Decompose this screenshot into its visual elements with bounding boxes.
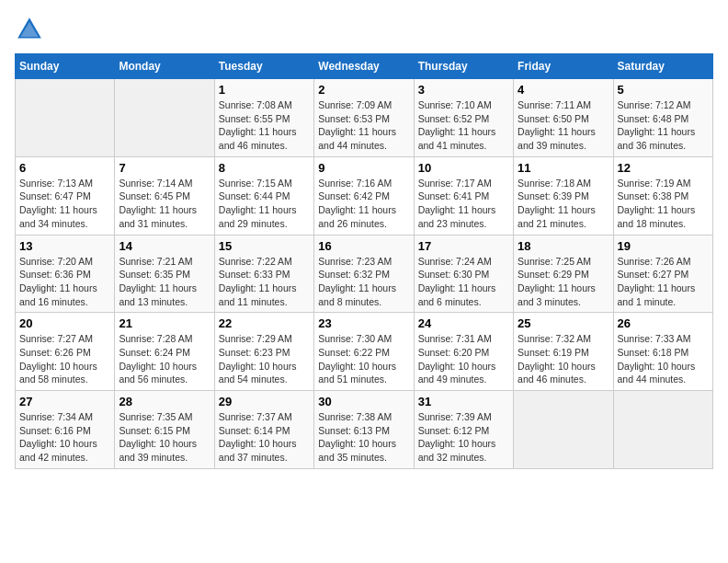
calendar-week-row: 13Sunrise: 7:20 AM Sunset: 6:36 PM Dayli… — [16, 235, 713, 313]
calendar-cell: 3Sunrise: 7:10 AM Sunset: 6:52 PM Daylig… — [414, 79, 513, 157]
day-number: 25 — [518, 316, 609, 330]
logo — [15, 15, 48, 44]
day-info: Sunrise: 7:15 AM Sunset: 6:44 PM Dayligh… — [219, 177, 310, 231]
calendar-cell: 27Sunrise: 7:34 AM Sunset: 6:16 PM Dayli… — [16, 391, 115, 469]
calendar-cell: 15Sunrise: 7:22 AM Sunset: 6:33 PM Dayli… — [214, 235, 313, 313]
day-number: 2 — [318, 83, 409, 97]
day-number: 27 — [19, 395, 110, 408]
day-info: Sunrise: 7:28 AM Sunset: 6:24 PM Dayligh… — [119, 332, 210, 386]
calendar-cell: 24Sunrise: 7:31 AM Sunset: 6:20 PM Dayli… — [414, 313, 513, 391]
day-info: Sunrise: 7:37 AM Sunset: 6:14 PM Dayligh… — [219, 410, 310, 465]
day-number: 26 — [618, 316, 709, 330]
day-info: Sunrise: 7:13 AM Sunset: 6:47 PM Dayligh… — [19, 177, 110, 231]
day-number: 12 — [618, 161, 709, 175]
day-info: Sunrise: 7:25 AM Sunset: 6:29 PM Dayligh… — [518, 255, 609, 309]
day-info: Sunrise: 7:27 AM Sunset: 6:26 PM Dayligh… — [19, 332, 110, 386]
calendar-cell — [514, 391, 613, 469]
day-info: Sunrise: 7:33 AM Sunset: 6:18 PM Dayligh… — [618, 332, 709, 386]
day-info: Sunrise: 7:09 AM Sunset: 6:53 PM Dayligh… — [318, 98, 409, 153]
day-number: 17 — [418, 239, 509, 253]
day-number: 19 — [618, 239, 709, 253]
day-number: 14 — [119, 239, 210, 253]
day-number: 20 — [19, 316, 110, 330]
day-number: 15 — [219, 239, 310, 253]
day-number: 7 — [119, 161, 210, 175]
calendar-cell: 14Sunrise: 7:21 AM Sunset: 6:35 PM Dayli… — [115, 235, 214, 313]
weekday-header-friday: Friday — [514, 54, 613, 79]
day-info: Sunrise: 7:12 AM Sunset: 6:48 PM Dayligh… — [618, 98, 709, 153]
day-info: Sunrise: 7:22 AM Sunset: 6:33 PM Dayligh… — [219, 255, 310, 309]
calendar-week-row: 1Sunrise: 7:08 AM Sunset: 6:55 PM Daylig… — [16, 79, 713, 157]
calendar-cell: 31Sunrise: 7:39 AM Sunset: 6:12 PM Dayli… — [414, 391, 513, 469]
day-number: 22 — [219, 316, 310, 330]
calendar-cell: 26Sunrise: 7:33 AM Sunset: 6:18 PM Dayli… — [613, 313, 712, 391]
day-info: Sunrise: 7:14 AM Sunset: 6:45 PM Dayligh… — [119, 177, 210, 231]
calendar-cell: 28Sunrise: 7:35 AM Sunset: 6:15 PM Dayli… — [115, 391, 214, 469]
calendar-cell: 19Sunrise: 7:26 AM Sunset: 6:27 PM Dayli… — [613, 235, 712, 313]
day-number: 6 — [19, 161, 110, 175]
calendar-cell: 20Sunrise: 7:27 AM Sunset: 6:26 PM Dayli… — [16, 313, 115, 391]
weekday-header-monday: Monday — [115, 54, 214, 79]
day-number: 29 — [219, 395, 310, 408]
calendar-cell: 25Sunrise: 7:32 AM Sunset: 6:19 PM Dayli… — [514, 313, 613, 391]
day-info: Sunrise: 7:31 AM Sunset: 6:20 PM Dayligh… — [418, 332, 509, 386]
page-header — [15, 15, 713, 44]
calendar-cell: 8Sunrise: 7:15 AM Sunset: 6:44 PM Daylig… — [214, 156, 313, 235]
day-number: 13 — [19, 239, 110, 253]
calendar-cell: 5Sunrise: 7:12 AM Sunset: 6:48 PM Daylig… — [613, 79, 712, 157]
weekday-header-wednesday: Wednesday — [314, 54, 414, 79]
calendar-cell: 7Sunrise: 7:14 AM Sunset: 6:45 PM Daylig… — [115, 156, 214, 235]
day-number: 5 — [618, 83, 709, 97]
day-info: Sunrise: 7:35 AM Sunset: 6:15 PM Dayligh… — [119, 410, 210, 465]
day-number: 23 — [318, 316, 409, 330]
day-info: Sunrise: 7:38 AM Sunset: 6:13 PM Dayligh… — [318, 410, 409, 465]
calendar-cell: 29Sunrise: 7:37 AM Sunset: 6:14 PM Dayli… — [214, 391, 313, 469]
day-info: Sunrise: 7:20 AM Sunset: 6:36 PM Dayligh… — [19, 255, 110, 309]
day-number: 3 — [418, 83, 509, 97]
weekday-header-saturday: Saturday — [613, 54, 712, 79]
calendar-cell: 23Sunrise: 7:30 AM Sunset: 6:22 PM Dayli… — [314, 313, 414, 391]
day-number: 28 — [119, 395, 210, 408]
day-number: 30 — [318, 395, 409, 408]
day-number: 18 — [518, 239, 609, 253]
calendar-cell: 18Sunrise: 7:25 AM Sunset: 6:29 PM Dayli… — [514, 235, 613, 313]
calendar-cell — [115, 79, 214, 157]
calendar-cell: 12Sunrise: 7:19 AM Sunset: 6:38 PM Dayli… — [613, 156, 712, 235]
calendar-table: SundayMondayTuesdayWednesdayThursdayFrid… — [15, 53, 713, 469]
calendar-week-row: 6Sunrise: 7:13 AM Sunset: 6:47 PM Daylig… — [16, 156, 713, 235]
day-number: 8 — [219, 161, 310, 175]
calendar-cell: 2Sunrise: 7:09 AM Sunset: 6:53 PM Daylig… — [314, 79, 414, 157]
day-number: 1 — [219, 83, 310, 97]
calendar-cell: 1Sunrise: 7:08 AM Sunset: 6:55 PM Daylig… — [214, 79, 313, 157]
day-number: 10 — [418, 161, 509, 175]
day-info: Sunrise: 7:11 AM Sunset: 6:50 PM Dayligh… — [518, 98, 609, 153]
calendar-cell — [16, 79, 115, 157]
calendar-cell: 4Sunrise: 7:11 AM Sunset: 6:50 PM Daylig… — [514, 79, 613, 157]
day-number: 9 — [318, 161, 409, 175]
day-info: Sunrise: 7:10 AM Sunset: 6:52 PM Dayligh… — [418, 98, 509, 153]
calendar-cell: 6Sunrise: 7:13 AM Sunset: 6:47 PM Daylig… — [16, 156, 115, 235]
weekday-header-row: SundayMondayTuesdayWednesdayThursdayFrid… — [16, 54, 713, 79]
day-info: Sunrise: 7:18 AM Sunset: 6:39 PM Dayligh… — [518, 177, 609, 231]
day-number: 11 — [518, 161, 609, 175]
calendar-cell: 17Sunrise: 7:24 AM Sunset: 6:30 PM Dayli… — [414, 235, 513, 313]
calendar-cell: 13Sunrise: 7:20 AM Sunset: 6:36 PM Dayli… — [16, 235, 115, 313]
day-info: Sunrise: 7:23 AM Sunset: 6:32 PM Dayligh… — [318, 255, 409, 309]
weekday-header-thursday: Thursday — [414, 54, 513, 79]
day-number: 4 — [518, 83, 609, 97]
calendar-cell: 16Sunrise: 7:23 AM Sunset: 6:32 PM Dayli… — [314, 235, 414, 313]
day-info: Sunrise: 7:19 AM Sunset: 6:38 PM Dayligh… — [618, 177, 709, 231]
day-info: Sunrise: 7:30 AM Sunset: 6:22 PM Dayligh… — [318, 332, 409, 386]
calendar-cell: 22Sunrise: 7:29 AM Sunset: 6:23 PM Dayli… — [214, 313, 313, 391]
day-info: Sunrise: 7:21 AM Sunset: 6:35 PM Dayligh… — [119, 255, 210, 309]
day-number: 21 — [119, 316, 210, 330]
calendar-cell: 11Sunrise: 7:18 AM Sunset: 6:39 PM Dayli… — [514, 156, 613, 235]
day-info: Sunrise: 7:17 AM Sunset: 6:41 PM Dayligh… — [418, 177, 509, 231]
day-info: Sunrise: 7:39 AM Sunset: 6:12 PM Dayligh… — [418, 410, 509, 465]
calendar-week-row: 20Sunrise: 7:27 AM Sunset: 6:26 PM Dayli… — [16, 313, 713, 391]
day-info: Sunrise: 7:24 AM Sunset: 6:30 PM Dayligh… — [418, 255, 509, 309]
day-number: 24 — [418, 316, 509, 330]
calendar-week-row: 27Sunrise: 7:34 AM Sunset: 6:16 PM Dayli… — [16, 391, 713, 469]
weekday-header-sunday: Sunday — [16, 54, 115, 79]
day-info: Sunrise: 7:34 AM Sunset: 6:16 PM Dayligh… — [19, 410, 110, 465]
